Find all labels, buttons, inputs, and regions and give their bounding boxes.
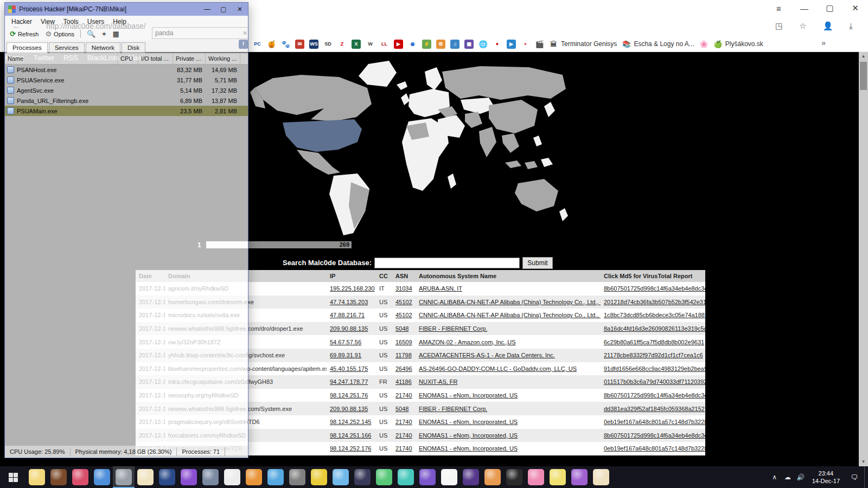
column-header-asn[interactable]: ASN	[392, 273, 416, 279]
bookmark-item[interactable]: PC	[253, 37, 262, 50]
taskbar-app[interactable]	[547, 466, 569, 488]
bookmark-item[interactable]: 📚Escha & Logy no A...	[622, 37, 694, 50]
submit-button[interactable]: Submit	[522, 257, 553, 269]
bookmark-item[interactable]: WS	[309, 37, 318, 50]
bookmark-item[interactable]: ▶	[507, 37, 516, 50]
browser-close-button[interactable]: ✕	[843, 0, 868, 16]
bookmark-item[interactable]: W	[366, 37, 375, 50]
start-button[interactable]	[0, 466, 26, 488]
extension-icon[interactable]: ◳	[775, 21, 783, 31]
process-row[interactable]: AgentSvc.exe5,14 MB17,32 MB	[5, 85, 248, 95]
menu-tools[interactable]: Tools	[59, 18, 83, 25]
taskbar-app[interactable]	[221, 466, 243, 488]
cell-md5[interactable]: 0eb19ef167a648c801a57c148d7b3228	[601, 419, 705, 425]
cell-ip[interactable]: 47.74.135.203	[327, 299, 376, 305]
cell-ip[interactable]: 98.124.252.176	[327, 445, 376, 452]
bookmark-item[interactable]: ◉	[408, 37, 417, 50]
options-button[interactable]: ⚙ Options	[42, 29, 77, 40]
taskbar-app[interactable]	[200, 466, 221, 488]
taskbar-app[interactable]	[265, 466, 286, 488]
bookmark-item[interactable]: ✉	[295, 37, 304, 50]
process-hacker-titlebar[interactable]: Process Hacker [MikaiPC-7NB\Mikai] — ▢ ✕	[5, 3, 248, 16]
cell-ip[interactable]: 209.90.88.135	[327, 406, 376, 412]
system-information-button[interactable]: ▦	[110, 29, 122, 40]
refresh-button[interactable]: ⟳ Refresh	[7, 29, 41, 40]
find-handles-button[interactable]: 🔍	[84, 29, 98, 40]
bookmark-item[interactable]: ●	[521, 37, 530, 50]
cell-asn[interactable]: 11798	[392, 352, 416, 358]
cloud-icon[interactable]: ☁	[781, 473, 794, 481]
bookmark-item[interactable]: 🐾	[281, 37, 290, 50]
taskbar-app[interactable]	[69, 466, 91, 488]
cell-ip[interactable]: 98.124.251.166	[327, 432, 376, 439]
cell-asname[interactable]: ENOMAS1 - eNom, Incorporated, US	[416, 419, 601, 425]
cell-asname[interactable]: AS-26496-GO-DADDY-COM-LLC - GoDaddy.com,…	[416, 365, 601, 372]
ph-minimize-button[interactable]: —	[199, 3, 215, 15]
cell-asn[interactable]: 21740	[392, 432, 416, 439]
cell-ip[interactable]: 47.88.216.71	[327, 312, 376, 318]
browser-menu-button[interactable]: ≡	[766, 0, 792, 16]
taskbar-app[interactable]	[26, 466, 48, 488]
menu-view[interactable]: View	[36, 18, 59, 25]
cell-ip[interactable]: 69.89.31.91	[327, 352, 376, 358]
bookmark-item[interactable]: Z	[337, 37, 347, 50]
cell-ip[interactable]: 98.124.251.76	[327, 392, 376, 399]
bookmark-item[interactable]: ♫	[450, 37, 459, 50]
bookmark-item[interactable]: ●	[493, 37, 502, 50]
browser-minimize-button[interactable]: —	[792, 0, 817, 16]
taskbar-app[interactable]	[243, 466, 265, 488]
cell-asname[interactable]: NUXIT-AS, FR	[416, 378, 601, 385]
bookmark-item[interactable]: ⚙	[436, 37, 445, 50]
cell-asn[interactable]: 21740	[392, 419, 416, 425]
taskbar-app[interactable]	[503, 466, 525, 488]
taskbar-app[interactable]	[373, 466, 395, 488]
process-column-priv[interactable]: Private ...	[173, 53, 206, 64]
bookmark-item[interactable]: X	[352, 37, 361, 50]
download-icon[interactable]: ⤓	[849, 21, 853, 31]
cell-asname[interactable]: AMAZON-02 - Amazon.com, Inc.,US	[416, 339, 601, 345]
process-column-io[interactable]: I/O total ...	[138, 53, 173, 64]
process-column-name[interactable]: Name	[5, 53, 118, 64]
taskbar-app[interactable]	[460, 466, 482, 488]
taskbar-app[interactable]	[156, 466, 178, 488]
cell-md5[interactable]: 1c8bc73dcd85cb6bdece3c05e74a1887	[601, 312, 705, 318]
cell-ip[interactable]: 195.225.168.230	[327, 285, 376, 292]
search-input[interactable]	[374, 258, 520, 268]
cell-asn[interactable]: 45102	[392, 299, 416, 305]
taskbar-app[interactable]	[417, 466, 438, 488]
cell-asname[interactable]: CNNIC-ALIBABA-CN-NET-AP Alibaba (China) …	[416, 299, 601, 305]
cell-md5[interactable]: 91dfd1656e668cc9ac4983129eb2bea9	[601, 365, 705, 372]
taskbar-app[interactable]	[525, 466, 547, 488]
taskbar-app[interactable]	[438, 466, 460, 488]
find-window-button[interactable]: ⌖	[99, 29, 108, 40]
tab-processes[interactable]: Processes	[7, 42, 48, 53]
browser-maximize-button[interactable]: ▢	[817, 0, 843, 16]
bookmark-item[interactable]: 🌐	[478, 37, 488, 50]
menu-hacker[interactable]: Hacker	[7, 18, 36, 25]
clock[interactable]: 23:44 14-Dec-17	[807, 470, 845, 485]
column-header-cc[interactable]: CC	[376, 273, 392, 279]
cell-ip[interactable]: 54.67.57.56	[327, 339, 376, 345]
cell-ip[interactable]: 45.40.155.175	[327, 365, 376, 372]
cell-asname[interactable]: ENOMAS1 - eNom, Incorporated, US	[416, 432, 601, 439]
cell-asname[interactable]: ARUBA-ASN, IT	[416, 285, 601, 292]
cell-asname[interactable]: ENOMAS1 - eNom, Incorporated, US	[416, 445, 601, 452]
ph-maximize-button[interactable]: ▢	[215, 3, 232, 15]
taskbar-app[interactable]	[590, 466, 612, 488]
cell-asname[interactable]: ENOMAS1 - eNom, Incorporated, US	[416, 392, 601, 399]
cell-md5[interactable]: 6c29b80a61ff5ca7f5d8db8b002e9631	[601, 339, 705, 345]
cell-asn[interactable]: 41186	[392, 378, 416, 385]
process-row[interactable]: Panda_URL_Filteringb.exe6,89 MB13,87 MB	[5, 95, 248, 106]
menu-help[interactable]: Help	[108, 18, 131, 25]
profile-icon[interactable]: 👤	[823, 21, 833, 31]
bookmark-item[interactable]: 🌸	[699, 37, 709, 50]
taskbar-app[interactable]	[308, 466, 330, 488]
scrollbar-thumb[interactable]	[860, 62, 867, 90]
taskbar-app[interactable]	[330, 466, 352, 488]
taskbar-app[interactable]	[135, 466, 156, 488]
speaker-icon[interactable]: 🔊	[794, 473, 807, 481]
cell-asn[interactable]: 5048	[392, 325, 416, 332]
bookmark-item[interactable]: ▶	[394, 37, 403, 50]
cell-md5[interactable]: 8a16dc4fd16d3e26090826113e319c5d	[601, 325, 705, 332]
tray-expand-icon[interactable]: ∧	[768, 473, 781, 481]
